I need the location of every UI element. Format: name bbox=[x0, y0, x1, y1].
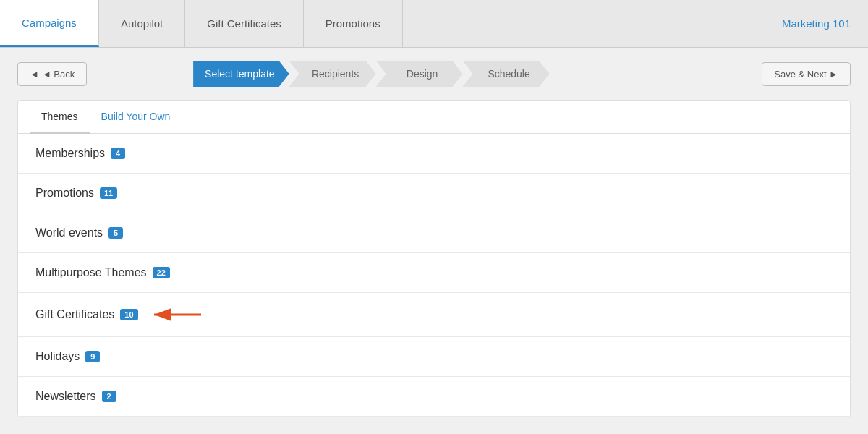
user-label[interactable]: Marketing 101 bbox=[765, 0, 868, 47]
category-badge: 22 bbox=[153, 267, 170, 278]
category-name: Gift Certificates bbox=[35, 308, 114, 321]
category-badge: 4 bbox=[111, 148, 125, 159]
category-badge: 10 bbox=[120, 309, 137, 320]
wizard-step-schedule[interactable]: Schedule bbox=[463, 61, 550, 87]
category-badge: 5 bbox=[109, 227, 123, 239]
tab-campaigns[interactable]: Campaigns bbox=[0, 0, 99, 47]
category-name: Newsletters bbox=[35, 390, 96, 403]
category-name: Memberships bbox=[35, 147, 105, 160]
category-badge: 11 bbox=[100, 187, 117, 199]
categories-list: Memberships4Promotions11World events5Mul… bbox=[18, 134, 850, 417]
tab-gift-certificates[interactable]: Gift Certificates bbox=[185, 0, 304, 47]
category-badge: 9 bbox=[85, 351, 100, 362]
tab-promotions[interactable]: Promotions bbox=[304, 0, 403, 47]
main-content: Themes Build Your Own Memberships4Promot… bbox=[17, 100, 851, 417]
wizard-steps: Select template Recipients Design Schedu… bbox=[193, 61, 550, 87]
tab-build-your-own[interactable]: Build Your Own bbox=[90, 101, 182, 134]
back-button[interactable]: ◄ ◄ Back bbox=[17, 62, 87, 86]
wizard-step-recipients[interactable]: Recipients bbox=[289, 61, 376, 87]
category-row[interactable]: World events5 bbox=[18, 213, 850, 253]
category-name: Multipurpose Themes bbox=[35, 266, 147, 279]
category-row[interactable]: Gift Certificates10 bbox=[18, 293, 850, 337]
category-row[interactable]: Memberships4 bbox=[18, 134, 850, 174]
back-icon: ◄ bbox=[30, 69, 39, 80]
save-next-label: Save & Next ► bbox=[774, 69, 838, 80]
inner-tabs: Themes Build Your Own bbox=[18, 101, 850, 134]
category-row[interactable]: Multipurpose Themes22 bbox=[18, 253, 850, 293]
wizard-step-select-template[interactable]: Select template bbox=[193, 61, 289, 87]
category-name: World events bbox=[35, 226, 103, 239]
category-badge: 2 bbox=[102, 391, 116, 402]
tab-themes[interactable]: Themes bbox=[30, 101, 90, 134]
tab-autopilot[interactable]: Autopilot bbox=[99, 0, 185, 47]
arrow-annotation bbox=[147, 306, 205, 323]
category-row[interactable]: Promotions11 bbox=[18, 174, 850, 213]
wizard-step-design[interactable]: Design bbox=[376, 61, 463, 87]
category-name: Promotions bbox=[35, 187, 94, 200]
category-row[interactable]: Newsletters2 bbox=[18, 377, 850, 417]
save-next-button[interactable]: Save & Next ► bbox=[762, 62, 851, 86]
toolbar: ◄ ◄ Back Select template Recipients Desi… bbox=[0, 48, 868, 100]
category-name: Holidays bbox=[35, 350, 80, 363]
top-nav: Campaigns Autopilot Gift Certificates Pr… bbox=[0, 0, 868, 48]
category-row[interactable]: Holidays9 bbox=[18, 337, 850, 377]
